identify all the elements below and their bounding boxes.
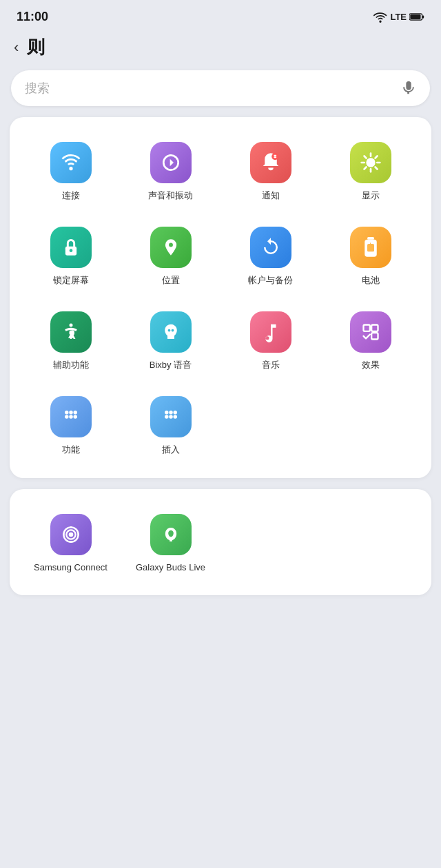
wifi-icon	[60, 152, 82, 174]
function-icon-wrap	[50, 396, 92, 437]
svg-rect-1	[410, 14, 420, 19]
notify-icon	[260, 152, 281, 173]
status-icons: LTE	[373, 12, 424, 23]
music-label: 音乐	[262, 360, 280, 371]
grid-item-effects[interactable]: 效果	[320, 303, 420, 382]
status-bar: 11:00 LTE	[0, 0, 441, 30]
svg-line-12	[375, 167, 377, 169]
search-placeholder: 搜索	[25, 80, 401, 96]
bixby-label: Bixby 语音	[150, 360, 192, 371]
search-container: 搜索	[0, 70, 441, 117]
galaxy-buds-label: Galaxy Buds Live	[136, 562, 205, 574]
grid-item-galaxy-buds[interactable]: Galaxy Buds Live	[121, 506, 220, 585]
grid-item-accessibility[interactable]: 辅助功能	[21, 303, 121, 382]
location-label: 位置	[162, 275, 180, 287]
svg-line-11	[364, 156, 366, 158]
svg-point-35	[169, 415, 173, 419]
grid-empty-2	[320, 388, 420, 467]
grid6-icon	[61, 406, 81, 427]
page-title: 则	[27, 35, 45, 59]
lte-label: LTE	[390, 12, 407, 22]
notify-label: 通知	[262, 190, 280, 202]
grid-empty-4	[320, 506, 420, 585]
svg-rect-5	[274, 156, 276, 158]
grid-item-display[interactable]: 显示	[320, 134, 420, 213]
mic-icon[interactable]	[401, 81, 416, 96]
apps-grid: Samsung Connect Galaxy Buds Live	[21, 506, 420, 585]
samsung-connect-icon	[60, 524, 82, 546]
svg-point-31	[165, 411, 169, 415]
svg-line-13	[375, 156, 377, 158]
effects-icon	[361, 322, 380, 342]
music-icon-wrap	[250, 311, 291, 353]
svg-point-28	[65, 415, 69, 419]
grid-item-account[interactable]: 帐户与备份	[220, 218, 320, 298]
search-bar[interactable]: 搜索	[11, 70, 430, 106]
effects-icon-wrap	[350, 311, 391, 353]
grid-item-bixby[interactable]: Bixby 语音	[121, 303, 220, 382]
grid-item-function[interactable]: 功能	[21, 388, 121, 467]
svg-rect-4	[274, 155, 276, 156]
galaxy-buds-icon-wrap	[150, 514, 192, 555]
svg-point-30	[73, 415, 77, 419]
svg-point-33	[173, 411, 177, 415]
grid-item-battery[interactable]: 电池	[320, 218, 420, 298]
main-settings-card: 连接 声音和振动 通知	[10, 117, 431, 478]
accessibility-icon-wrap	[50, 311, 92, 353]
grid-item-sound[interactable]: 声音和振动	[121, 134, 220, 213]
samsung-connect-label: Samsung Connect	[34, 562, 107, 574]
display-icon-wrap	[350, 142, 391, 183]
svg-line-14	[364, 167, 366, 169]
wifi-status-icon	[373, 12, 387, 23]
bixby-icon	[161, 322, 181, 342]
svg-point-26	[69, 411, 73, 415]
function-label: 功能	[62, 444, 80, 456]
plugin-label: 插入	[162, 444, 180, 456]
back-button[interactable]: ‹	[14, 39, 19, 56]
header: ‹ 则	[0, 30, 441, 70]
samsung-connect-icon-wrap	[50, 514, 92, 555]
location-icon-wrap	[150, 227, 192, 268]
svg-point-27	[73, 411, 77, 415]
grid-item-music[interactable]: 音乐	[220, 303, 320, 382]
battery-icon	[362, 237, 379, 258]
sound-icon-wrap	[150, 142, 192, 183]
sound-icon	[160, 152, 182, 174]
bixby-icon-wrap	[150, 311, 192, 353]
svg-rect-22	[363, 324, 369, 331]
svg-point-25	[65, 411, 69, 415]
grid-item-location[interactable]: 位置	[121, 218, 220, 298]
grid-item-connect[interactable]: 连接	[21, 134, 121, 213]
svg-rect-2	[422, 15, 424, 18]
connect-icon-wrap	[50, 142, 92, 183]
svg-rect-17	[367, 237, 374, 240]
accessibility-label: 辅助功能	[53, 360, 89, 371]
grid-item-lock[interactable]: 锁定屏幕	[21, 218, 121, 298]
galaxy-buds-icon	[161, 524, 181, 545]
music-icon	[260, 322, 281, 342]
accessibility-icon	[61, 322, 81, 342]
second-settings-card: Samsung Connect Galaxy Buds Live	[10, 489, 431, 596]
svg-rect-24	[371, 333, 378, 339]
svg-point-29	[69, 415, 73, 419]
svg-point-21	[69, 323, 72, 327]
settings-grid: 连接 声音和振动 通知	[21, 134, 420, 467]
location-icon	[161, 238, 181, 257]
svg-rect-23	[371, 324, 378, 331]
svg-point-34	[165, 415, 169, 419]
lock-icon-wrap	[50, 227, 92, 268]
display-label: 显示	[362, 190, 380, 202]
grid-item-plugin[interactable]: 插入	[121, 388, 220, 467]
svg-point-16	[69, 249, 72, 252]
lock-icon	[61, 238, 81, 257]
notify-icon-wrap	[250, 142, 291, 183]
battery-icon-wrap	[350, 227, 391, 268]
grid-item-samsung-connect[interactable]: Samsung Connect	[21, 506, 121, 585]
grid-item-notify[interactable]: 通知	[220, 134, 320, 213]
plugin-icon	[161, 406, 181, 427]
status-time: 11:00	[17, 10, 48, 24]
svg-point-37	[68, 532, 73, 537]
effects-label: 效果	[362, 360, 380, 371]
plugin-icon-wrap	[150, 396, 192, 437]
battery-label: 电池	[362, 275, 380, 287]
